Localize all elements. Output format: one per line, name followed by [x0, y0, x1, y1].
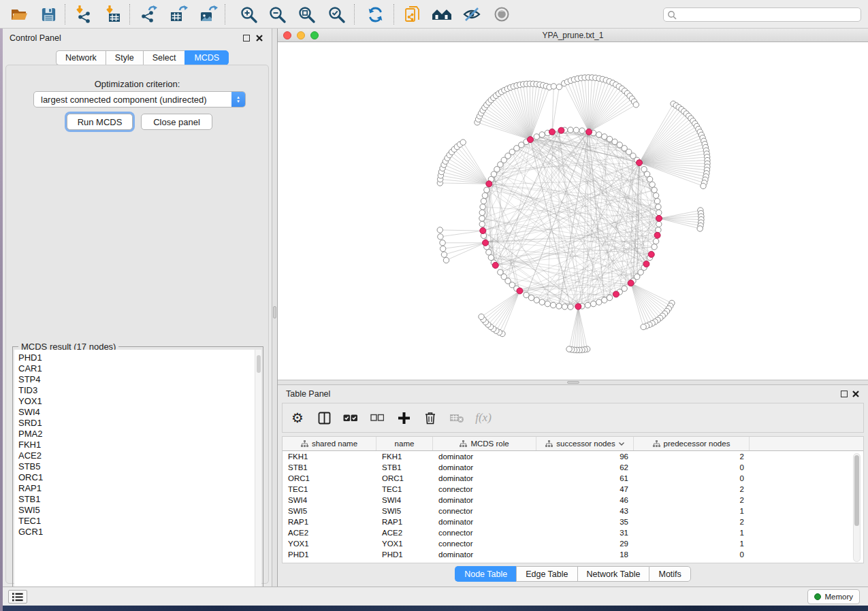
- show-graphics-details-button[interactable]: [489, 3, 514, 26]
- mcds-result-item[interactable]: TEC1: [18, 516, 256, 527]
- open-session-button[interactable]: [7, 3, 31, 26]
- hide-graphics-details-button[interactable]: [460, 3, 484, 26]
- select-all-button[interactable]: [339, 408, 362, 428]
- close-panel-icon[interactable]: [852, 390, 860, 398]
- tab-motifs[interactable]: Motifs: [649, 566, 690, 582]
- mcds-result-item[interactable]: STB5: [18, 461, 256, 472]
- deselect-all-button[interactable]: [366, 408, 389, 428]
- float-panel-icon[interactable]: [841, 391, 848, 397]
- column-header-mcds-role[interactable]: MCDS role: [433, 437, 536, 450]
- table-row[interactable]: STB1STB1dominator620: [283, 462, 863, 473]
- zoom-out-button[interactable]: [265, 3, 289, 26]
- mcds-result-item[interactable]: YOX1: [18, 396, 256, 407]
- network-window-titlebar: YPA_prune.txt_1: [278, 29, 868, 42]
- tab-mcds[interactable]: MCDS: [184, 50, 229, 65]
- table-cell: SWI4: [376, 495, 433, 506]
- mcds-result-item[interactable]: STP4: [18, 374, 256, 385]
- mcds-result-item[interactable]: PMA2: [18, 429, 256, 440]
- import-table-button[interactable]: [101, 3, 125, 26]
- table-row[interactable]: ACE2ACE2connector311: [283, 527, 863, 538]
- mcds-result-item[interactable]: SRD1: [18, 418, 256, 429]
- mcds-result-item[interactable]: PHD1: [18, 352, 256, 363]
- table-row[interactable]: PHD1PHD1dominator180: [283, 549, 863, 560]
- table-row[interactable]: FKH1FKH1dominator962: [283, 451, 863, 462]
- optimization-criterion-label: Optimization criterion:: [6, 79, 268, 89]
- zoom-selected-button[interactable]: [324, 3, 349, 26]
- export-image-button[interactable]: [196, 3, 221, 26]
- table-row[interactable]: YOX1YOX1connector291: [283, 538, 863, 549]
- table-scrollbar-thumb[interactable]: [854, 455, 859, 526]
- mcds-result-item[interactable]: ORC1: [18, 472, 256, 483]
- tab-select[interactable]: Select: [143, 50, 185, 65]
- close-panel-button[interactable]: Close panel: [141, 114, 212, 130]
- run-mcds-button[interactable]: Run MCDS: [67, 114, 133, 130]
- result-scrollbar[interactable]: [255, 350, 261, 597]
- save-session-icon: [40, 6, 57, 23]
- tab-network[interactable]: Network: [56, 50, 106, 65]
- mcds-result-item[interactable]: ACE2: [18, 450, 256, 461]
- zoom-fit-icon: [298, 5, 316, 24]
- search-input[interactable]: [677, 10, 861, 20]
- table-row[interactable]: SWI5SWI5connector431: [283, 506, 863, 516]
- session-home-button[interactable]: [430, 3, 454, 26]
- mcds-result-item[interactable]: SWI4: [18, 407, 256, 418]
- tab-node-table[interactable]: Node Table: [455, 566, 516, 582]
- import-network-button[interactable]: [71, 3, 95, 26]
- close-panel-icon[interactable]: [255, 34, 263, 42]
- table-cell: dominator: [433, 516, 536, 527]
- function-builder-button[interactable]: f(x): [472, 408, 495, 428]
- show-panels-list-button[interactable]: [8, 590, 27, 604]
- column-header-name[interactable]: name: [376, 437, 433, 450]
- mcds-result-item[interactable]: TID3: [18, 385, 256, 396]
- network-canvas[interactable]: [278, 42, 868, 380]
- table-cell: 31: [536, 527, 634, 538]
- save-session-button[interactable]: [36, 3, 61, 26]
- table-panel: Table Panel ⚙ f(x) shared name: [278, 385, 868, 587]
- table-scrollbar[interactable]: [853, 453, 861, 562]
- table-body: FKH1FKH1dominator962STB1STB1dominator620…: [283, 451, 863, 560]
- vertical-splitter[interactable]: [272, 29, 278, 587]
- result-scrollbar-thumb[interactable]: [257, 355, 261, 373]
- mcds-result-item[interactable]: RAP1: [18, 483, 256, 494]
- table-row[interactable]: RAP1RAP1dominator352: [283, 516, 863, 527]
- export-network-button[interactable]: [137, 3, 161, 26]
- tab-network-table[interactable]: Network Table: [577, 566, 649, 582]
- mcds-result-item[interactable]: STB1: [18, 494, 256, 505]
- delete-column-button[interactable]: [419, 408, 442, 428]
- horizontal-splitter[interactable]: [278, 380, 868, 385]
- float-panel-icon[interactable]: [243, 35, 250, 42]
- table-row[interactable]: ORC1ORC1dominator610: [283, 473, 863, 484]
- table-cell: 47: [536, 484, 634, 495]
- table-row[interactable]: SWI4SWI4dominator462: [283, 495, 863, 506]
- tab-style[interactable]: Style: [106, 50, 143, 65]
- zoom-in-button[interactable]: [236, 3, 261, 26]
- memory-button[interactable]: Memory: [807, 589, 860, 604]
- share-document-button[interactable]: [400, 3, 425, 26]
- refresh-layout-button[interactable]: [363, 3, 387, 26]
- toolbar-separator: [129, 4, 130, 24]
- mcds-result-item[interactable]: FKH1: [18, 440, 256, 450]
- table-options-button[interactable]: ⚙: [286, 408, 309, 428]
- criterion-select[interactable]: largest connected component (undirected)…: [33, 91, 246, 108]
- mcds-result-list: PHD1CAR1STP4TID3YOX1SWI4SRD1PMA2FKH1ACE2…: [14, 350, 256, 597]
- mcds-result-item[interactable]: SWI5: [18, 505, 256, 516]
- table-cell: [750, 451, 863, 462]
- column-header-shared-name[interactable]: shared name: [283, 437, 376, 450]
- column-header-successor-nodes[interactable]: successor nodes: [536, 437, 634, 450]
- mcds-panel: Optimization criterion: largest connecte…: [5, 65, 269, 584]
- add-column-button[interactable]: [392, 408, 415, 428]
- export-table-button[interactable]: [166, 3, 191, 26]
- show-column-button[interactable]: [312, 408, 336, 428]
- table-cell: RAP1: [376, 516, 433, 527]
- table-cell: 1: [634, 506, 750, 516]
- tab-edge-table[interactable]: Edge Table: [516, 566, 577, 582]
- mcds-result-item[interactable]: CAR1: [18, 363, 256, 374]
- zoom-fit-button[interactable]: [294, 3, 319, 26]
- mcds-result-item[interactable]: GCR1: [18, 527, 256, 538]
- table-row[interactable]: TEC1TEC1connector472: [283, 484, 863, 495]
- splitter-grip[interactable]: [567, 381, 579, 384]
- delete-table-button[interactable]: [445, 408, 468, 428]
- table-cell: connector: [433, 484, 536, 495]
- column-header-predecessor-nodes[interactable]: predecessor nodes: [634, 437, 750, 450]
- splitter-grip[interactable]: [273, 306, 276, 318]
